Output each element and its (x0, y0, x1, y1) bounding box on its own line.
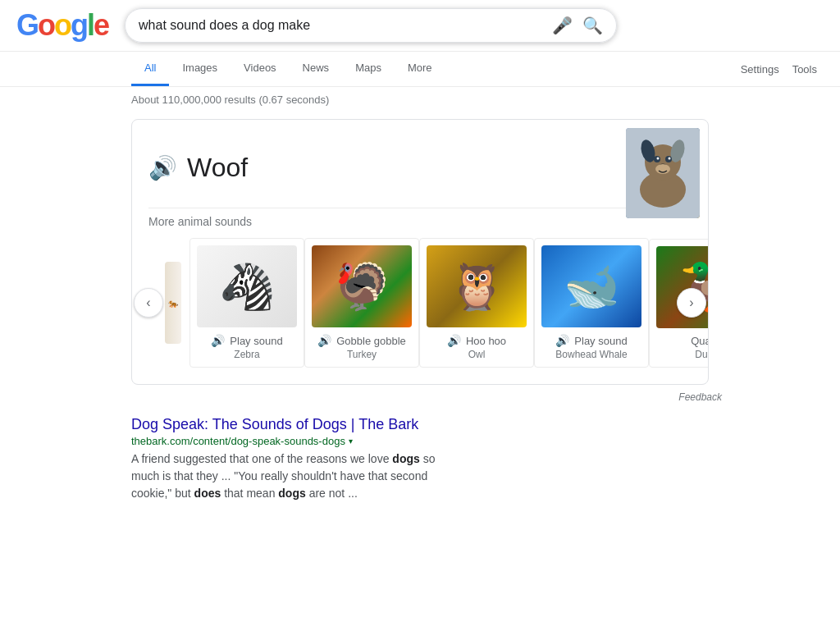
owl-name: Owl (427, 349, 527, 360)
result-url: thebark.com/content/dog-speak-sounds-dog… (131, 435, 459, 447)
owl-sound-row: 🔊 Hoo hoo (427, 334, 527, 347)
owl-speaker-icon[interactable]: 🔊 (447, 334, 461, 347)
search-icon[interactable]: 🔍 (582, 16, 603, 35)
feedback-label[interactable]: Feedback (131, 391, 722, 403)
animals-row-container: ‹ 🐅 🦓 🔊 Play sound Zebra 🦃 🔊 Gobble gobb… (148, 238, 692, 368)
animal-card-zebra: 🦓 🔊 Play sound Zebra (189, 238, 304, 368)
whale-speaker-icon[interactable]: 🔊 (555, 334, 569, 347)
svg-point-8 (669, 158, 671, 160)
tab-news[interactable]: News (290, 52, 343, 86)
turkey-image: 🦃 (312, 245, 412, 327)
logo-letter-e: e (94, 8, 108, 42)
prev-animal-button[interactable]: ‹ (134, 288, 163, 318)
owl-sound-label[interactable]: Hoo hoo (466, 335, 506, 347)
turkey-sound-row: 🔊 Gobble gobble (312, 334, 412, 347)
tab-images[interactable]: Images (169, 52, 231, 86)
tab-videos[interactable]: Videos (231, 52, 290, 86)
whale-name: Bowhead Whale (541, 349, 641, 360)
dropdown-arrow-icon[interactable]: ▾ (349, 437, 353, 446)
duck-name: Duck (656, 349, 709, 360)
animal-card-owl: 🦉 🔊 Hoo hoo Owl (419, 238, 534, 368)
duck-image: 🦆 (656, 246, 709, 328)
header: Google 🎤 🔍 (0, 0, 840, 52)
zebra-sound-label[interactable]: Play sound (230, 335, 282, 347)
turkey-sound-label[interactable]: Gobble gobble (336, 335, 406, 347)
logo-letter-g2: g (71, 8, 87, 42)
whale-sound-label[interactable]: Play sound (574, 335, 627, 347)
results-count: About 110,000,000 results (0.67 seconds) (0, 87, 840, 112)
tools-link[interactable]: Tools (786, 53, 824, 85)
sound-result: 🔊 Woof (148, 136, 692, 208)
zebra-speaker-icon[interactable]: 🔊 (211, 334, 225, 347)
search-result-item: Dog Speak: The Sounds of Dogs | The Bark… (131, 416, 459, 502)
turkey-speaker-icon[interactable]: 🔊 (317, 334, 331, 347)
logo-letter-o1: o (38, 8, 54, 42)
animal-card-turkey: 🦃 🔊 Gobble gobble Turkey (304, 238, 419, 368)
settings-link[interactable]: Settings (734, 53, 786, 85)
search-results: Dog Speak: The Sounds of Dogs | The Bark… (0, 403, 591, 515)
duck-sound-label[interactable]: Quack (691, 335, 709, 347)
duck-sound-row: Quack (656, 335, 709, 347)
svg-point-7 (657, 158, 660, 160)
whale-sound-row: 🔊 Play sound (541, 334, 641, 347)
more-sounds-label: More animal sounds (148, 208, 692, 228)
sound-word: Woof (187, 153, 248, 183)
result-snippet: A friend suggested that one of the reaso… (131, 450, 459, 502)
result-url-text: thebark.com/content/dog-speak-sounds-dog… (131, 435, 345, 447)
logo-letter-g: G (16, 8, 38, 42)
turkey-name: Turkey (312, 349, 412, 360)
owl-image: 🦉 (427, 245, 527, 327)
next-animal-button[interactable]: › (677, 288, 706, 318)
tab-maps[interactable]: Maps (342, 52, 395, 86)
zebra-name: Zebra (197, 349, 297, 360)
zebra-sound-row: 🔊 Play sound (197, 334, 297, 347)
search-icons: 🎤 🔍 (552, 16, 603, 35)
dog-image (626, 128, 700, 218)
nav-tabs: All Images Videos News Maps More Setting… (0, 52, 840, 87)
search-input[interactable] (139, 18, 552, 33)
logo-letter-l: l (87, 8, 94, 42)
whale-image: 🐋 (541, 245, 641, 327)
knowledge-panel: 🔊 Woof More animal sounds ‹ 🐅 🦓 🔊 Play s… (131, 119, 709, 385)
animal-card-whale: 🐋 🔊 Play sound Bowhead Whale (534, 238, 649, 368)
search-bar: 🎤 🔍 (125, 8, 617, 43)
speaker-icon[interactable]: 🔊 (148, 154, 177, 181)
zebra-image: 🦓 (197, 245, 297, 327)
google-logo: Google (16, 8, 108, 43)
tab-all[interactable]: All (131, 52, 169, 86)
result-title-link[interactable]: Dog Speak: The Sounds of Dogs | The Bark (131, 416, 418, 432)
logo-letter-o2: o (54, 8, 71, 42)
tab-more[interactable]: More (395, 52, 445, 86)
microphone-icon[interactable]: 🎤 (552, 16, 573, 35)
partial-card-left: 🐅 (165, 262, 189, 344)
